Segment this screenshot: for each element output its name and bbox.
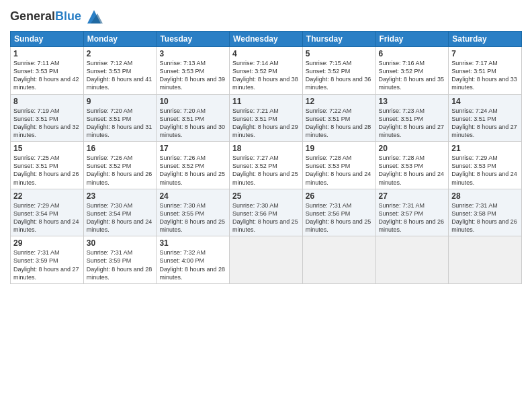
day-info: Sunrise: 7:31 AMSunset: 3:59 PMDaylight:… [13, 249, 79, 280]
day-info: Sunrise: 7:27 AMSunset: 3:52 PMDaylight:… [232, 154, 298, 185]
calendar-cell: 29Sunrise: 7:31 AMSunset: 3:59 PMDayligh… [11, 236, 84, 284]
day-info: Sunrise: 7:31 AMSunset: 3:58 PMDaylight:… [451, 202, 517, 233]
calendar: SundayMondayTuesdayWednesdayThursdayFrid… [10, 31, 522, 284]
calendar-cell [375, 236, 449, 284]
logo: GeneralBlue [10, 7, 104, 27]
day-number: 2 [87, 49, 154, 58]
day-info: Sunrise: 7:15 AMSunset: 3:52 PMDaylight:… [306, 60, 371, 91]
day-info: Sunrise: 7:20 AMSunset: 3:51 PMDaylight:… [87, 107, 152, 138]
day-number: 17 [159, 144, 226, 153]
day-number: 11 [232, 97, 300, 106]
logo-text: GeneralBlue [10, 10, 81, 24]
day-info: Sunrise: 7:19 AMSunset: 3:51 PMDaylight:… [13, 107, 79, 138]
calendar-cell: 1Sunrise: 7:11 AMSunset: 3:53 PMDaylight… [11, 47, 84, 95]
day-number: 23 [87, 191, 154, 201]
calendar-cell: 11Sunrise: 7:21 AMSunset: 3:51 PMDayligh… [230, 94, 303, 142]
weekday-header: Tuesday [157, 32, 230, 47]
day-info: Sunrise: 7:29 AMSunset: 3:54 PMDaylight:… [13, 202, 79, 233]
calendar-cell: 15Sunrise: 7:25 AMSunset: 3:51 PMDayligh… [11, 142, 84, 189]
day-number: 8 [13, 97, 81, 106]
day-number: 16 [87, 144, 154, 153]
calendar-cell [449, 236, 522, 284]
day-info: Sunrise: 7:30 AMSunset: 3:55 PMDaylight:… [159, 202, 225, 233]
day-info: Sunrise: 7:28 AMSunset: 3:53 PMDaylight:… [379, 154, 445, 185]
day-number: 4 [232, 49, 300, 58]
day-info: Sunrise: 7:32 AMSunset: 4:00 PMDaylight:… [159, 249, 225, 280]
calendar-cell: 17Sunrise: 7:26 AMSunset: 3:52 PMDayligh… [157, 142, 230, 189]
day-number: 6 [379, 49, 446, 58]
calendar-cell: 18Sunrise: 7:27 AMSunset: 3:52 PMDayligh… [230, 142, 303, 189]
weekday-header: Thursday [302, 32, 375, 47]
calendar-cell: 10Sunrise: 7:20 AMSunset: 3:51 PMDayligh… [157, 94, 230, 142]
weekday-header: Saturday [449, 32, 522, 47]
day-number: 22 [13, 191, 81, 201]
day-number: 27 [379, 191, 446, 201]
calendar-cell: 2Sunrise: 7:12 AMSunset: 3:53 PMDaylight… [83, 47, 157, 95]
day-number: 13 [379, 97, 446, 106]
logo-blue: Blue [55, 9, 81, 23]
day-number: 7 [451, 49, 519, 58]
calendar-cell [230, 236, 303, 284]
day-info: Sunrise: 7:29 AMSunset: 3:53 PMDaylight:… [451, 154, 517, 185]
day-number: 9 [87, 97, 154, 106]
day-number: 28 [451, 191, 519, 201]
calendar-cell: 27Sunrise: 7:31 AMSunset: 3:57 PMDayligh… [375, 189, 449, 236]
calendar-cell: 21Sunrise: 7:29 AMSunset: 3:53 PMDayligh… [449, 142, 522, 189]
calendar-cell: 19Sunrise: 7:28 AMSunset: 3:53 PMDayligh… [302, 142, 375, 189]
day-number: 5 [306, 49, 373, 58]
day-number: 10 [159, 97, 226, 106]
day-info: Sunrise: 7:26 AMSunset: 3:52 PMDaylight:… [159, 154, 225, 185]
day-info: Sunrise: 7:14 AMSunset: 3:52 PMDaylight:… [232, 60, 298, 91]
day-number: 3 [159, 49, 226, 58]
day-number: 29 [13, 238, 81, 248]
day-info: Sunrise: 7:30 AMSunset: 3:54 PMDaylight:… [87, 202, 152, 233]
weekday-header: Friday [375, 32, 449, 47]
day-info: Sunrise: 7:26 AMSunset: 3:52 PMDaylight:… [87, 154, 152, 185]
day-number: 12 [306, 97, 373, 106]
day-info: Sunrise: 7:24 AMSunset: 3:51 PMDaylight:… [451, 107, 517, 138]
day-number: 14 [451, 97, 519, 106]
day-info: Sunrise: 7:17 AMSunset: 3:51 PMDaylight:… [451, 60, 517, 91]
calendar-cell: 22Sunrise: 7:29 AMSunset: 3:54 PMDayligh… [11, 189, 84, 236]
day-info: Sunrise: 7:21 AMSunset: 3:51 PMDaylight:… [232, 107, 298, 138]
calendar-cell: 5Sunrise: 7:15 AMSunset: 3:52 PMDaylight… [302, 47, 375, 95]
calendar-cell: 24Sunrise: 7:30 AMSunset: 3:55 PMDayligh… [157, 189, 230, 236]
day-info: Sunrise: 7:23 AMSunset: 3:51 PMDaylight:… [379, 107, 445, 138]
calendar-cell: 6Sunrise: 7:16 AMSunset: 3:52 PMDaylight… [375, 47, 449, 95]
calendar-cell: 16Sunrise: 7:26 AMSunset: 3:52 PMDayligh… [83, 142, 157, 189]
weekday-header: Wednesday [230, 32, 303, 47]
header: GeneralBlue [10, 7, 522, 27]
calendar-cell: 28Sunrise: 7:31 AMSunset: 3:58 PMDayligh… [449, 189, 522, 236]
day-info: Sunrise: 7:22 AMSunset: 3:51 PMDaylight:… [306, 107, 371, 138]
calendar-cell: 8Sunrise: 7:19 AMSunset: 3:51 PMDaylight… [11, 94, 84, 142]
day-number: 18 [232, 144, 300, 153]
weekday-header: Monday [83, 32, 157, 47]
day-info: Sunrise: 7:16 AMSunset: 3:52 PMDaylight:… [379, 60, 445, 91]
day-number: 30 [87, 238, 154, 248]
calendar-cell: 30Sunrise: 7:31 AMSunset: 3:59 PMDayligh… [83, 236, 157, 284]
calendar-cell: 23Sunrise: 7:30 AMSunset: 3:54 PMDayligh… [83, 189, 157, 236]
calendar-cell: 4Sunrise: 7:14 AMSunset: 3:52 PMDaylight… [230, 47, 303, 95]
calendar-cell: 3Sunrise: 7:13 AMSunset: 3:53 PMDaylight… [157, 47, 230, 95]
day-number: 15 [13, 144, 81, 153]
day-number: 24 [159, 191, 226, 201]
calendar-cell: 12Sunrise: 7:22 AMSunset: 3:51 PMDayligh… [302, 94, 375, 142]
day-info: Sunrise: 7:31 AMSunset: 3:57 PMDaylight:… [379, 202, 445, 233]
day-info: Sunrise: 7:28 AMSunset: 3:53 PMDaylight:… [306, 154, 371, 185]
day-info: Sunrise: 7:13 AMSunset: 3:53 PMDaylight:… [159, 60, 225, 91]
day-info: Sunrise: 7:12 AMSunset: 3:53 PMDaylight:… [87, 60, 152, 91]
weekday-header: Sunday [11, 32, 84, 47]
logo-icon [84, 7, 104, 27]
day-number: 25 [232, 191, 300, 201]
day-info: Sunrise: 7:20 AMSunset: 3:51 PMDaylight:… [159, 107, 225, 138]
calendar-cell [302, 236, 375, 284]
calendar-cell: 14Sunrise: 7:24 AMSunset: 3:51 PMDayligh… [449, 94, 522, 142]
page: GeneralBlue SundayMondayTuesdayWednesday… [0, 0, 532, 411]
logo-general: General [10, 9, 55, 23]
day-number: 19 [306, 144, 373, 153]
day-number: 20 [379, 144, 446, 153]
calendar-cell: 13Sunrise: 7:23 AMSunset: 3:51 PMDayligh… [375, 94, 449, 142]
calendar-cell: 9Sunrise: 7:20 AMSunset: 3:51 PMDaylight… [83, 94, 157, 142]
calendar-cell: 20Sunrise: 7:28 AMSunset: 3:53 PMDayligh… [375, 142, 449, 189]
day-info: Sunrise: 7:25 AMSunset: 3:51 PMDaylight:… [13, 154, 79, 185]
